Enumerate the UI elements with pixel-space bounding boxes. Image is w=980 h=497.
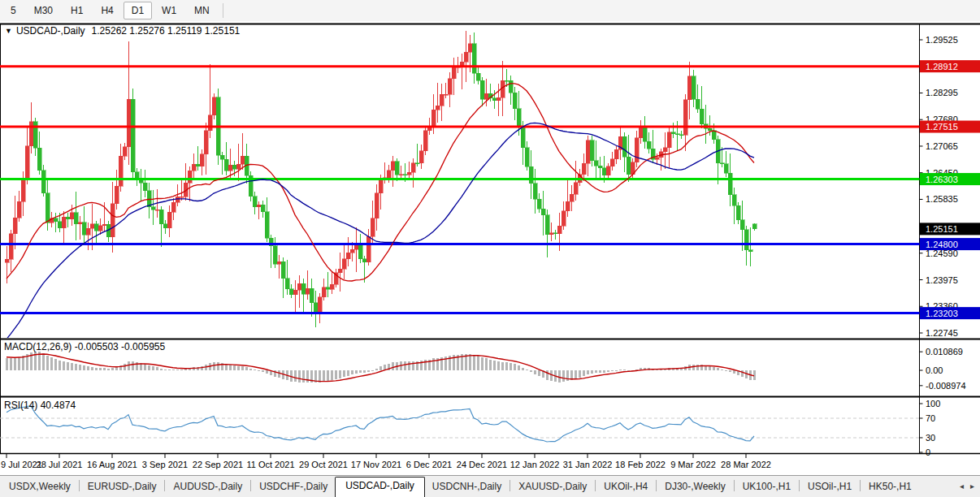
svg-text:9 Mar 2022: 9 Mar 2022 [670,460,716,469]
price-badge-pivot-level: 1.26303 [920,173,980,185]
price-badge-support-1: 1.24800 [920,238,980,250]
timeframe-d1[interactable]: D1 [124,2,152,19]
tab-scroll-arrows: ◂▸ [956,482,978,497]
tab-separator [734,480,735,491]
svg-text:31 Jan 2022: 31 Jan 2022 [563,460,613,469]
svg-text:0: 0 [926,447,930,457]
svg-text:0.00: 0.00 [926,365,943,375]
svg-text:30: 30 [926,433,935,443]
svg-text:1.28912: 1.28912 [926,62,958,71]
timeframe-h1[interactable]: H1 [63,2,91,19]
svg-text:29 Oct 2021: 29 Oct 2021 [299,460,348,469]
chart-tab-usoil-h1[interactable]: USOil-,H1 [800,478,859,497]
chart-tab-hk50-h1[interactable]: HK50-,H1 [861,478,919,497]
svg-text:6 Dec 2021: 6 Dec 2021 [406,460,452,469]
svg-text:24 Dec 2021: 24 Dec 2021 [457,460,507,469]
svg-text:1.28295: 1.28295 [926,88,958,97]
chart-tab-audusd-daily[interactable]: AUDUSD-,Daily [166,478,249,497]
svg-text:3 Sep 2021: 3 Sep 2021 [142,460,188,469]
timeframe-toolbar: 5M30H1H4D1W1MN [0,0,980,21]
tab-separator [250,480,251,491]
date-axis[interactable]: 9 Jul 202128 Jul 202116 Aug 20213 Sep 20… [1,454,771,469]
svg-text:1.27515: 1.27515 [926,122,958,132]
rsi-indicator-label: RSI(14) 40.4874 [4,400,76,411]
timeframe-mn[interactable]: MN [186,2,218,19]
price-badge-current-price: 1.25151 [920,223,980,235]
svg-text:1.23203: 1.23203 [926,309,958,318]
svg-text:17 Nov 2021: 17 Nov 2021 [351,460,401,469]
svg-text:16 Aug 2021: 16 Aug 2021 [87,460,137,469]
svg-text:1.27065: 1.27065 [926,141,958,151]
chart-area[interactable]: 1.295251.282951.276801.270651.264501.258… [0,21,980,476]
svg-text:70: 70 [926,413,935,423]
timeframe-5[interactable]: 5 [2,2,24,19]
svg-text:28 Jul 2021: 28 Jul 2021 [37,460,83,469]
price-badge-resistance-1: 1.28912 [920,60,980,72]
tab-separator [799,480,800,491]
tab-separator [860,480,861,491]
tab-separator [656,480,657,491]
chart-tab-usdchf-daily[interactable]: USDCHF-,Daily [252,478,335,497]
tab-separator [164,480,165,491]
svg-text:100: 100 [926,399,940,408]
svg-text:1.22745: 1.22745 [926,328,958,338]
svg-text:-0.008974: -0.008974 [926,381,966,391]
chart-tab-usdx-weekly[interactable]: USDX,Weekly [2,478,78,497]
tab-scroll-left-icon[interactable]: ◂ [960,482,964,491]
tab-separator [79,480,80,491]
rsi-pane [0,406,920,442]
timeframe-h4[interactable]: H4 [93,2,121,19]
svg-text:1.23975: 1.23975 [926,275,958,285]
svg-text:1.25835: 1.25835 [926,194,958,204]
chart-tab-eurusd-daily[interactable]: EURUSD-,Daily [80,478,164,497]
chart-tab-xauusd-daily[interactable]: XAUUSD-,Daily [511,478,594,497]
support-resistance-lines[interactable] [0,67,920,313]
rsi-value: 40.4874 [41,400,76,411]
svg-text:28 Mar 2022: 28 Mar 2022 [721,460,771,469]
svg-text:0.010869: 0.010869 [926,347,963,357]
symbol-tab-bar: USDX,WeeklyEURUSD-,DailyAUDUSD-,DailyUSD… [0,475,980,497]
chart-title: ▼USDCAD-,Daily1.25262 1.25276 1.25119 1.… [5,25,240,37]
chart-tab-ukoil-h4[interactable]: UKOil-,H4 [596,478,655,497]
tab-separator [510,480,510,491]
macd-indicator-label: MACD(12,26,9) -0.005503 -0.005955 [4,341,165,352]
svg-text:18 Feb 2022: 18 Feb 2022 [615,460,666,469]
price-badge-support-2: 1.23203 [920,307,980,319]
mt4-terminal: 5M30H1H4D1W1MN 1.295251.282951.276801.27… [0,0,980,497]
macd-values: -0.005503 -0.005955 [75,341,165,352]
chart-tab-usdcnh-daily[interactable]: USDCNH-,Daily [425,478,509,497]
chart-tab-dj30-weekly[interactable]: DJ30-,Weekly [657,478,732,497]
svg-text:1.24800: 1.24800 [926,240,958,249]
timeframe-w1[interactable]: W1 [154,2,184,19]
rsi-name: RSI(14) [4,400,37,411]
rsi-line [7,406,754,442]
svg-text:11 Oct 2021: 11 Oct 2021 [246,460,294,469]
price-badge-resistance-2: 1.27515 [920,121,980,133]
tab-scroll-right-icon[interactable]: ▸ [970,482,974,491]
chart-tab-usdcad-daily[interactable]: USDCAD-,Daily [335,477,425,497]
svg-text:1.29525: 1.29525 [926,35,958,45]
chart-dropdown-icon[interactable]: ▼ [5,27,12,35]
svg-text:12 Jan 2022: 12 Jan 2022 [510,460,560,469]
chart-symbol-label: USDCAD-,Daily [16,25,85,37]
chart-tab-uk100-h1[interactable]: UK100-,H1 [735,478,798,497]
toolbar-separator [223,3,223,18]
tab-separator [595,480,596,491]
chart-ohlc-values: 1.25262 1.25276 1.25119 1.25151 [92,25,241,37]
svg-text:1.25151: 1.25151 [926,224,958,234]
macd-name: MACD(12,26,9) [4,341,72,352]
svg-text:22 Sep 2021: 22 Sep 2021 [193,460,243,469]
ma-slow-line [7,123,754,339]
timeframe-m30[interactable]: M30 [26,2,61,19]
svg-text:1.26303: 1.26303 [926,175,958,184]
